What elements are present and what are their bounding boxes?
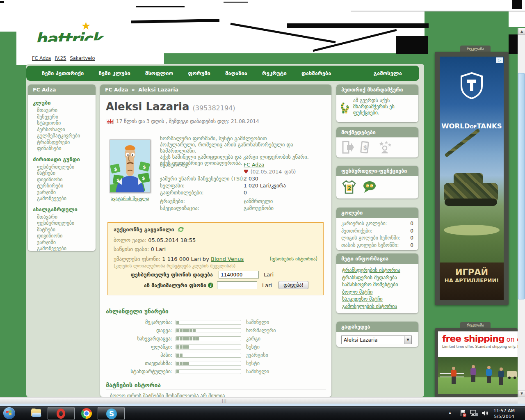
scroll-down-button[interactable]: ▼ [518,390,525,397]
comment-bubble-icon[interactable] [363,180,377,194]
sidebar-link[interactable]: დივიზიონი [37,233,96,240]
owner-club-link[interactable]: FC Adza [244,161,264,168]
sidebar-title: FC Adza [28,84,96,95]
taskbar-clock[interactable]: 11:57 AM 5/5/2014 [491,408,517,419]
horizontal-scrollbar-grip[interactable]: ||| [222,399,227,403]
sidebar-link[interactable]: გამოწვევები [37,246,96,251]
place-bid-button[interactable]: დადება! [278,281,308,289]
wot-cta-line1: ИГРАЙ [440,262,504,277]
sidebar-link[interactable]: ფინანსები [37,146,96,152]
nav-shop[interactable]: მაღაზია [225,70,247,76]
last-match-link[interactable]: ბოლო მატჩი [342,289,413,296]
breadcrumb-club-link[interactable]: FC Adza [32,55,51,61]
transfer-history-link[interactable]: ტრანსფერების ისტორია [342,267,413,274]
sidebar-link[interactable]: გულშემატკივრები [37,133,96,139]
shipping-headline: free shipping on ord [438,331,518,344]
skill-level-name: ნორმალური [246,328,276,333]
nav-logout[interactable]: გამოსვლა [374,70,402,76]
network-tray-icon[interactable] [470,410,478,417]
svg-text:$: $ [142,176,145,181]
owner-since-row: ♥ (02.05.2014–დან) [160,168,326,175]
chrome-taskbar-icon[interactable] [81,408,92,419]
bid-amount-input[interactable] [219,271,259,278]
opera-taskbar-button[interactable] [48,407,75,420]
memorable-moments-link[interactable]: სამახსოვრო მომენტები [342,281,413,289]
georgia-flag-icon [107,119,114,124]
coach-wizard-icon[interactable] [378,141,392,154]
highest-bid-label: უმაღლესი ფსონი: [114,256,160,262]
bid-history-link[interactable]: (ფსონების ისტორია) [270,256,317,262]
max-bid-input[interactable] [217,281,257,289]
sidebar-link[interactable]: ფეხბურთელები [37,220,96,227]
transfer-compare-link[interactable]: ტრანსფერის შედარება [342,274,413,282]
skill-label: მეკარეობა: [106,320,172,325]
start-price-value: 0 Lari [151,246,166,252]
golfer-figure [498,368,504,385]
sidebar-link[interactable]: ვარჯიში [37,189,96,196]
main-breadcrumb-player: Aleksi Lazaria [138,87,178,93]
nav-world[interactable]: მსოფლიო [145,70,173,76]
sidebar-link[interactable]: მატჩები [37,170,96,177]
golfers-photo [438,357,518,394]
description-line: ნორმალური ფორმაში, სუსტი გამძლეობით [160,135,326,142]
sidebar-link[interactable]: მენეჯერი [37,114,96,121]
skill-level-name: სუსტი [246,361,260,366]
action-center-flag-icon[interactable] [459,409,467,418]
nav-help[interactable]: დახმარება [301,70,331,76]
highest-bidder-link[interactable]: Blond Venus [211,256,244,262]
sidebar-link[interactable]: სტადიონი [37,120,96,127]
player-select-dropdown[interactable]: Aleksi Lazaria ▼ [341,336,412,344]
scrollbar-corner [518,397,525,404]
nav-my-club[interactable]: ჩემი კლუბი [98,70,130,76]
redaction-mark [136,6,185,7]
goal-value: 0 [410,220,413,228]
sidebar-link[interactable]: მატჩები [37,227,96,233]
sidebar-link[interactable]: ტურნირები [37,183,96,189]
sidebar-link[interactable]: პერსონალი [37,127,96,133]
cart-wheel [508,377,511,379]
sidebar-link[interactable]: გამოწვევები [37,196,96,202]
nav-forum[interactable]: ფორუმი [188,70,210,76]
main-breadcrumb-club[interactable]: FC Adza [105,87,128,93]
nav-recruit[interactable]: რეკრუტი [262,70,287,76]
breadcrumb-league-link[interactable]: IV.25 [55,55,66,61]
appearances-history-link[interactable]: გამოსვლების ისტორია [342,303,413,310]
page-title: Aleksi Lazaria(395382194) [106,100,235,113]
supporter-functions-link[interactable]: მხარდამჭერის ეს ფუნქციები. [353,104,395,116]
warnings-label: გაფრთხილებები: [160,189,244,196]
start-button[interactable] [3,407,15,419]
sidebar-link[interactable]: დივიზიონი [37,177,96,183]
info-icon[interactable]: i [208,283,213,288]
nav-my-hattrick[interactable]: ჩემი ჰეთთრიქი [42,70,84,76]
sell-player-icon[interactable] [342,141,354,154]
scroll-up-button[interactable]: ▲ [518,28,525,35]
sidebar-link[interactable]: მთავარი [37,214,96,221]
explorer-taskbar-icon[interactable] [31,409,42,418]
sidebar-link[interactable]: ფეხბურთელები [37,164,96,171]
player-age-row: 17 წლის და 3 დღის , შემდეგი დაბადების დღ… [107,119,259,124]
shirt-number-icon[interactable]: 2 [341,179,357,195]
adchoices-icon[interactable]: ▷ [496,57,503,63]
start-price-row: საწყისი ფასი: 0 Lari [114,246,317,252]
wot-ad[interactable]: ▷ WORLDOFTANKS ИГРАЙ НА АРТИЛЛЕРИИ! [435,52,509,305]
breadcrumb-country-link[interactable]: Sakartvelo [70,55,95,61]
set-price-icon[interactable]: $ [360,141,373,154]
shipping-ad[interactable]: free shipping on ord Limited time offer.… [435,328,518,397]
sidebar-link[interactable]: ტრანსფერები [37,139,96,146]
owner-label: მეპატრონე: [160,161,244,168]
supporter-text: ამ გვერდს აქვს [353,98,390,103]
vertical-scrollbar-thumb[interactable] [518,73,525,299]
goal-row: ლიგის გოლები სეზონში: 0 [341,235,413,242]
sidebar-link[interactable]: მთავარი [37,107,96,114]
horizontal-scrollbar[interactable] [0,397,518,404]
skype-taskbar-button[interactable]: S [98,407,125,420]
volume-tray-icon[interactable] [482,410,489,416]
refresh-icon[interactable] [178,226,184,233]
supporter-box: ჰეთთრიქ მხარდამჭერი ამ გვერდს აქვს მხარდ… [336,84,418,122]
sidebar-link[interactable]: ვარჯიში [37,240,96,246]
chevron-down-icon[interactable]: ▼ [404,336,411,344]
tray-expand-icon[interactable]: ▲ [449,411,451,415]
best-match-link[interactable]: საუკეთესო მატჩი [342,296,413,303]
loyalty-note: (კლუბის ლოიალურობა რესეტდება კლუბის შეცვ… [114,263,317,269]
change-avatar-link[interactable]: ავატარის შეცვლა [111,196,149,201]
